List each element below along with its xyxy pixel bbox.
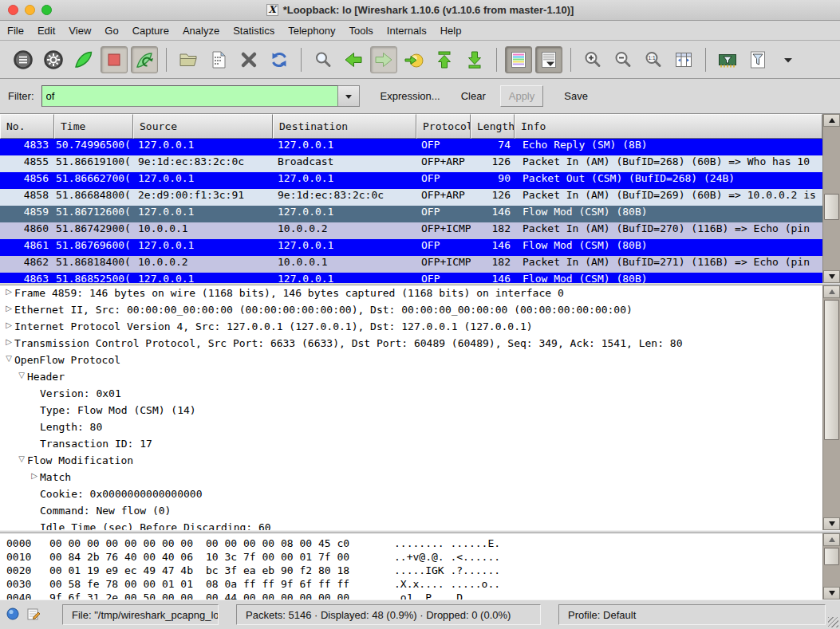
detail-line[interactable]: Length: 80 (0, 421, 822, 438)
expander-open-icon[interactable]: ▽ (16, 454, 27, 471)
packet-list-scrollbar[interactable] (822, 114, 840, 283)
hex-row[interactable]: 000000 00 00 00 00 00 00 0000 00 00 00 0… (0, 537, 822, 551)
close-window-button[interactable] (8, 5, 18, 15)
capture-options-icon[interactable] (40, 46, 67, 73)
go-top-icon[interactable] (431, 46, 458, 73)
scroll-thumb[interactable] (824, 300, 839, 440)
save-file-icon[interactable] (205, 46, 232, 73)
detail-line[interactable]: ▷Frame 4859: 146 bytes on wire (1168 bit… (0, 287, 822, 304)
expert-info-icon[interactable] (6, 607, 19, 623)
scroll-down-icon[interactable] (823, 270, 840, 283)
go-back-icon[interactable] (340, 46, 367, 73)
packet-row[interactable]: 486251.86818400(10.0.0.210.0.0.1OFP+ICMP… (0, 256, 822, 273)
open-file-icon[interactable] (175, 46, 202, 73)
packet-row[interactable]: 485951.86712600(127.0.0.1127.0.0.1OFP146… (0, 206, 822, 222)
details-scrollbar[interactable] (822, 285, 840, 530)
expander-open-icon[interactable]: ▽ (16, 371, 27, 387)
capture-restart-icon[interactable] (131, 46, 158, 73)
menu-view[interactable]: View (69, 25, 91, 37)
capture-comment-icon[interactable] (26, 607, 41, 623)
menu-statistics[interactable]: Statistics (233, 25, 274, 37)
display-filter-icon[interactable] (744, 46, 771, 73)
zoom-out-icon[interactable] (609, 46, 637, 73)
minimize-window-button[interactable] (25, 5, 35, 15)
column-header-protocol[interactable]: Protocol (416, 114, 471, 139)
detail-line[interactable]: ▽Flow Modification (0, 454, 822, 471)
apply-button[interactable]: Apply (500, 85, 544, 107)
filter-input[interactable] (41, 85, 338, 107)
close-file-icon[interactable] (235, 46, 262, 73)
detail-line[interactable]: Idle Time (sec) Before Discarding: 60 (0, 521, 822, 530)
packet-row[interactable]: 483350.74996500(127.0.0.1127.0.0.1OFP74E… (0, 139, 822, 155)
expander-closed-icon[interactable]: ▷ (3, 320, 14, 337)
hex-scrollbar[interactable] (822, 533, 840, 600)
packet-row[interactable]: 485651.86662700(127.0.0.1127.0.0.1OFP90P… (0, 172, 822, 189)
hex-row[interactable]: 002000 01 19 e9 ec 49 47 4bbc 3f ea eb 9… (0, 564, 822, 578)
menu-edit[interactable]: Edit (37, 25, 55, 37)
expander-closed-icon[interactable]: ▷ (3, 287, 14, 304)
scroll-track[interactable] (823, 298, 840, 517)
scroll-track[interactable] (823, 127, 840, 270)
detail-line[interactable]: ▷Match (0, 471, 822, 488)
detail-line[interactable]: ▷Internet Protocol Version 4, Src: 127.0… (0, 320, 822, 337)
capture-stop-icon[interactable] (101, 46, 128, 73)
zoom-window-button[interactable] (41, 5, 52, 15)
resize-grip[interactable] (828, 617, 838, 627)
packet-row[interactable]: 486151.86769600(127.0.0.1127.0.0.1OFP146… (0, 239, 822, 256)
resize-columns-icon[interactable] (670, 46, 697, 73)
column-header-no[interactable]: No. (0, 114, 54, 139)
menu-help[interactable]: Help (440, 25, 462, 37)
column-header-info[interactable]: Info (515, 114, 822, 139)
scroll-down-icon[interactable] (823, 587, 840, 600)
toolbar-overflow-icon[interactable] (775, 46, 802, 73)
packet-row[interactable]: 485851.86684800(2e:d9:00:f1:3c:919e:1d:e… (0, 189, 822, 206)
packet-row[interactable]: 486051.86742900(10.0.0.110.0.0.2OFP+ICMP… (0, 222, 822, 239)
packet-row[interactable]: 486351.86852500(127.0.0.1127.0.0.1OFP146… (0, 273, 822, 283)
capture-start-icon[interactable] (70, 46, 97, 73)
detail-line[interactable]: Cookie: 0x0000000000000000 (0, 488, 822, 505)
detail-line[interactable]: ▽OpenFlow Protocol (0, 354, 822, 371)
list-interfaces-icon[interactable] (10, 46, 37, 73)
menu-file[interactable]: File (7, 25, 24, 37)
menu-tools[interactable]: Tools (349, 25, 373, 37)
go-bottom-icon[interactable] (461, 46, 488, 73)
detail-line[interactable]: ▽Header (0, 371, 822, 387)
column-header-time[interactable]: Time (54, 114, 133, 139)
detail-line[interactable]: Type: Flow Mod (CSM) (14) (0, 404, 822, 421)
scroll-down-icon[interactable] (823, 517, 840, 530)
menu-go[interactable]: Go (105, 25, 118, 37)
filter-dropdown-button[interactable] (338, 85, 360, 107)
detail-line[interactable]: Version: 0x01 (0, 387, 822, 404)
save-button[interactable]: Save (564, 90, 588, 102)
detail-line[interactable]: Command: New flow (0) (0, 505, 822, 521)
hex-row[interactable]: 001000 84 2b 76 40 00 40 0610 3c 7f 00 0… (0, 551, 822, 564)
scroll-up-icon[interactable] (823, 533, 840, 546)
reload-file-icon[interactable] (266, 46, 293, 73)
detail-line[interactable]: Transaction ID: 17 (0, 438, 822, 454)
packet-row[interactable]: 485551.86619100(9e:1d:ec:83:2c:0cBroadca… (0, 155, 822, 172)
hex-row[interactable]: 00409f 6f 31 2e 00 50 00 0000 44 00 00 0… (0, 592, 822, 600)
detail-line[interactable]: ▷Transmission Control Protocol, Src Port… (0, 337, 822, 354)
go-to-packet-icon[interactable] (400, 46, 428, 73)
menu-internals[interactable]: Internals (387, 25, 427, 37)
expression-button[interactable]: Expression... (381, 90, 440, 102)
menu-analyze[interactable]: Analyze (183, 25, 219, 37)
zoom-reset-icon[interactable]: 1:1 (640, 46, 667, 73)
hex-row[interactable]: 003000 58 fe 78 00 00 01 0108 0a ff ff 9… (0, 578, 822, 592)
scroll-thumb[interactable] (824, 548, 839, 565)
zoom-in-icon[interactable] (579, 46, 606, 73)
clear-button[interactable]: Clear (461, 90, 486, 102)
column-header-length[interactable]: Length (471, 114, 515, 139)
column-header-source[interactable]: Source (133, 114, 273, 139)
expander-closed-icon[interactable]: ▷ (3, 304, 14, 320)
scroll-up-icon[interactable] (823, 285, 840, 298)
expander-open-icon[interactable]: ▽ (3, 354, 14, 371)
column-header-destination[interactable]: Destination (273, 114, 416, 139)
scroll-up-icon[interactable] (823, 114, 840, 127)
go-forward-icon[interactable] (370, 46, 397, 73)
scroll-thumb[interactable] (824, 194, 839, 220)
expander-closed-icon[interactable]: ▷ (3, 337, 14, 354)
detail-line[interactable]: ▷Ethernet II, Src: 00:00:00_00:00:00 (00… (0, 304, 822, 320)
menu-telephony[interactable]: Telephony (288, 25, 335, 37)
menu-capture[interactable]: Capture (132, 25, 169, 37)
